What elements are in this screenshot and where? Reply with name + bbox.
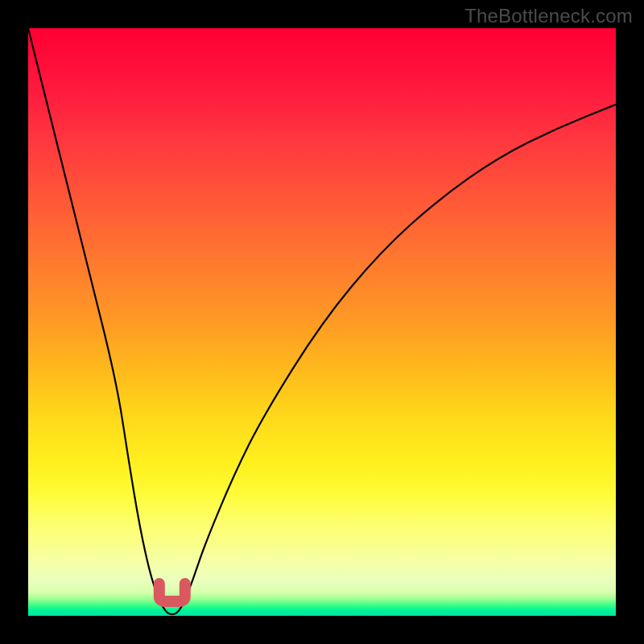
watermark-text: TheBottleneck.com (464, 5, 633, 27)
chart-frame: TheBottleneck.com (0, 0, 644, 644)
bottleneck-curve (28, 28, 616, 614)
bottleneck-curve-svg (28, 28, 616, 616)
trough-marker (159, 584, 185, 601)
plot-area (28, 28, 616, 616)
